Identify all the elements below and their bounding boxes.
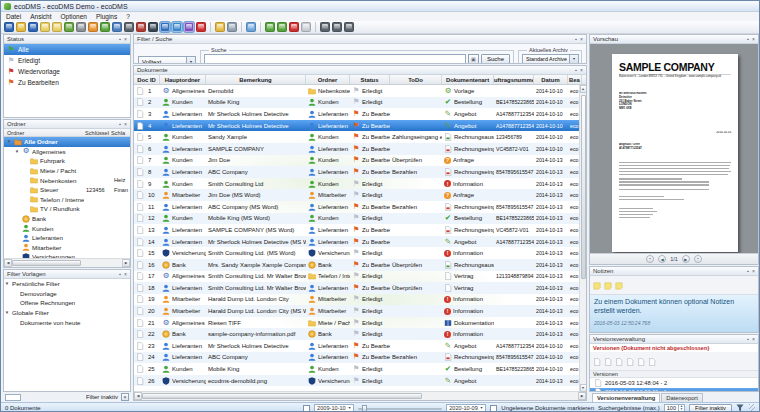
mark-unread-checkbox[interactable] [490,405,497,412]
status-item-zu-bearbeiten[interactable]: ⚑Zu Bearbeiten [4,77,130,88]
version-tool-button-4[interactable] [626,352,634,370]
table-row[interactable]: 4LieferantenMr Sherlock Holmes Detective… [134,120,586,132]
orgchart-button[interactable] [160,22,170,32]
col-schlagwort[interactable]: Schla [111,130,127,136]
menu-item-?[interactable]: ? [126,13,130,20]
search-button[interactable] [172,22,182,32]
funnel-icon[interactable] [736,404,744,412]
folder-item-lieferanten[interactable]: Lieferanten [4,233,130,243]
date-to-field[interactable]: 2020-10-09▼ [446,404,486,412]
folder-item-allgemeines[interactable]: ▼⚙Allgemeines [4,147,130,157]
folder-item-kunden[interactable]: Kunden [4,223,130,233]
version-tool-button-2[interactable] [604,352,612,370]
table-row[interactable]: 11LieferantenABC Company (MS Word)Liefer… [134,201,586,213]
classify-button[interactable] [148,22,158,32]
table-row[interactable]: 2KundenMobile KingKunden⚑Erledigt✔Bestel… [134,97,586,109]
menu-item-optionen[interactable]: Optionen [61,13,87,20]
version-tool-button-5[interactable] [637,352,645,370]
table-row[interactable]: 24LieferantenABC CompanyLieferanten⚑Zu B… [134,352,586,364]
date-range-slider[interactable] [358,404,442,412]
undock-icon[interactable]: ▪ [119,121,121,127]
table-row[interactable]: 18LieferantenSmith Consulting Ltd. Mr Wa… [134,282,586,294]
search-button[interactable]: Suche [481,54,510,64]
version-tool-button-3[interactable] [615,352,623,370]
filter-clear-button[interactable]: × [121,393,129,401]
search-input[interactable] [204,54,466,63]
table-row[interactable]: 13LieferantenSAMPLE COMPANY (MS Word)Lie… [134,224,586,236]
tab-versionenverwaltung[interactable]: Versionenverwaltung [592,393,660,402]
column-header-ordner[interactable]: Ordner [306,75,350,84]
folder-item-tv-rundfunk[interactable]: TV / Rundfunk [4,204,130,214]
undock-icon[interactable]: ▪ [119,271,121,277]
next-page-button[interactable]: ▶ [682,255,690,263]
date-from-field[interactable]: 2009-10-10▼ [314,404,354,412]
version-item[interactable]: 2016-05-03 12:48:04 - 2 [590,378,758,388]
history-clock-button[interactable] [88,22,98,32]
folder-edit-button[interactable] [64,22,74,32]
preview-canvas[interactable]: SAMPLE COMPANY Bakerstreet 6 - London BW… [590,44,758,253]
first-page-button[interactable]: « [646,255,654,263]
save-button[interactable] [4,22,14,32]
settings-1-button[interactable] [320,22,330,32]
undock-icon[interactable]: ▪ [575,67,577,73]
close-icon[interactable]: × [124,121,127,127]
column-header-datum[interactable]: Datum [534,75,568,84]
archive-select[interactable]: Standard Archive ▼ [522,54,579,64]
resize-grip[interactable] [749,404,755,412]
folder-item-bank[interactable]: Bank [4,214,130,224]
table-row[interactable]: 12KundenMobile King (MS Word)Kunden⚑Erle… [134,213,586,225]
prev-page-button[interactable]: ◀ [658,255,666,263]
close-icon[interactable]: × [124,36,127,42]
column-header-status[interactable]: Status [350,75,390,84]
column-header-bea[interactable]: Bea [568,75,582,84]
close-icon[interactable]: × [752,336,755,342]
filter-template-offene-rechnungen[interactable]: Offene Rechnungen [4,298,130,308]
undock-icon[interactable]: ▪ [747,36,749,42]
close-icon[interactable]: × [124,271,127,277]
clipboard-ok-button[interactable] [277,22,287,32]
col-schluessel[interactable]: Schlüssel [85,130,111,136]
table-row[interactable]: 23LieferantenMr Sherlock Holmes Detectiv… [134,340,586,352]
table-row[interactable]: 7KundenJim DoeKunden⚑Zu BearbeitenÜberpr… [134,155,586,167]
folder-item-nebenkosten[interactable]: NebenkostenHeiz [4,175,130,185]
max-results-stepper[interactable]: 100 ▲▼ [664,404,685,412]
note-small-button[interactable] [246,22,256,32]
undock-icon[interactable]: ▪ [747,268,749,274]
table-view-button[interactable] [112,22,122,32]
column-header-auftragsnummer[interactable]: Auftragsnummer [494,75,534,84]
folder-hscrollbar[interactable]: ◀▶ [4,258,130,267]
folder-item-telefon-internet[interactable]: Telefon / Internet [4,195,130,205]
status-item-wiedervorlage[interactable]: ⚑Wiedervorlage [4,66,130,77]
table-row[interactable]: 19MitarbeiterHarald Dump Ltd. London Cit… [134,294,586,306]
date-from-checkbox[interactable] [303,405,310,412]
table-row[interactable]: 6LieferantenSAMPLE COMPANYLieferanten⚑Zu… [134,143,586,155]
note-content[interactable]: Zu einem Dokument können optional Notize… [590,295,758,332]
scales-button[interactable] [124,22,134,32]
table-row[interactable]: 22Banksample-company-information.pdfBank… [134,328,586,340]
table-row[interactable]: 20MitarbeiterHarald Dump Ltd. London Cit… [134,305,586,317]
col-ordner[interactable]: Ordner [7,130,85,136]
close-icon[interactable]: × [580,36,583,42]
export-pdf-button[interactable] [16,22,26,32]
documents-vscrollbar[interactable]: ▲ ▼ [579,85,586,392]
folder-item-versicherungen[interactable]: Versicherungen [4,252,130,258]
table-row[interactable]: 1⚙AllgemeinesDemobildNebenkosten⚑Erledig… [134,85,586,97]
filter-name-input[interactable] [5,394,21,401]
menu-item-ansicht[interactable]: Ansicht [30,13,51,20]
close-icon[interactable]: × [752,36,755,42]
menu-item-plugins[interactable]: Plugins [96,13,117,20]
folder-item-alle-ordner[interactable]: ▼Alle Ordner [4,137,130,147]
save-all-button[interactable] [28,22,38,32]
column-header-todo[interactable]: ToDo [390,75,442,84]
filter-toggle-button[interactable]: Filter inaktiv [689,404,732,412]
tab-datenexport[interactable]: Datenexport [661,393,703,402]
blank-doc-button[interactable] [301,22,311,32]
table-row[interactable]: 5KundenSandy XampleKunden⚑Zu BearbeitenZ… [134,131,586,143]
filter-state-label[interactable]: Filter inaktiv [86,394,118,400]
undock-icon[interactable]: ▪ [575,36,577,42]
delete-note-button[interactable] [615,276,623,294]
settings-2-button[interactable] [332,22,342,32]
table-row[interactable]: 8LieferantenABC CompanyLieferanten⚑Zu Be… [134,166,586,178]
remove-doc-button[interactable] [289,22,299,32]
table-row[interactable]: 3LieferantenMr Sherlock Holmes Detective… [134,108,586,120]
